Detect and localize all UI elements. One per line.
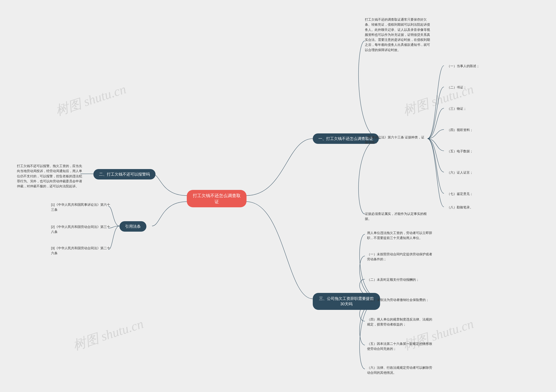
branch-2-title: 二、打工欠钱不还可以报警吗 [99,172,150,177]
branch-4-item-1: [1]《中华人民共和国民事诉讼法》第六十三条 [51,202,112,212]
branch-3-item-6: （六）法律、行政法规规定劳动者可以解除劳动合同的其他情况。 [367,365,432,375]
branch-4-item-2: [2]《中华人民共和国劳动合同法》第三十八条 [51,224,112,235]
branch-2[interactable]: 二、打工欠钱不还可以报警吗 [93,169,155,180]
root-title: 打工欠钱不还怎么调查取证 [192,193,241,205]
branch-1-intro: 打工欠钱不还的调查取证通常只要保存好欠条、转账凭证，债权到期就可以到法院起诉债务… [365,17,430,52]
branch-1-law-line: 《民事诉讼法》第六十三条 证据种类，证据包括： [365,135,426,145]
branch-2-content: 打工欠钱不还可以报警。拖欠工资的，应当先向当地劳动局投诉，经劳动局通知后，用人单… [17,163,82,189]
branch-1-item-4: （四）视听资料； [447,127,486,132]
branch-1-item-6: （六）证人证言； [447,170,486,175]
branch-3-item-1: （一）未按照劳动合同约定提供劳动保护或者劳动条件的； [367,252,432,262]
branch-1-item-3: （三）物证； [447,106,486,111]
watermark: 树图 shutu.cn [71,315,146,354]
branch-1-footer: 证据必须查证属实，才能作为认定事实的根据。 [365,211,430,221]
branch-3-item-5: （五）因本法第二十六条第一款规定的情形致使劳动合同无效的； [367,341,432,351]
branch-4-title: 引用法条 [125,224,141,229]
root-node[interactable]: 打工欠钱不还怎么调查取证 [187,190,247,207]
branch-1-item-1: （一）当事人的陈述； [447,63,486,69]
branch-3-item-2: （二）未及时足额支付劳动报酬的； [367,277,432,282]
branch-1-item-5: （五）电子数据； [447,149,486,154]
branch-1-item-7: （七）鉴定意见； [447,191,486,196]
branch-4-item-3: [3]《中华人民共和国劳动合同法》第二十六条 [51,245,112,256]
branch-1-item-2: （二）书证； [447,85,486,90]
branch-1-item-8: （八）勘验笔录。 [447,205,486,210]
branch-3-title: 三、公司拖欠工资辞职需要提前30天吗 [318,296,374,307]
branch-3-intro: 用人单位违法拖欠工资的，劳动者可以立即辞职，不需要提前三十天通知用人单位。 [367,230,432,241]
branch-3-item-3: （三）未依法为劳动者缴纳社会保险费的； [367,297,432,302]
branch-3-item-4: （四）用人单位的规章制度违反法律、法规的规定，损害劳动者权益的； [367,317,432,327]
watermark: 树图 shutu.cn [54,80,128,120]
branch-4[interactable]: 引用法条 [119,221,146,232]
